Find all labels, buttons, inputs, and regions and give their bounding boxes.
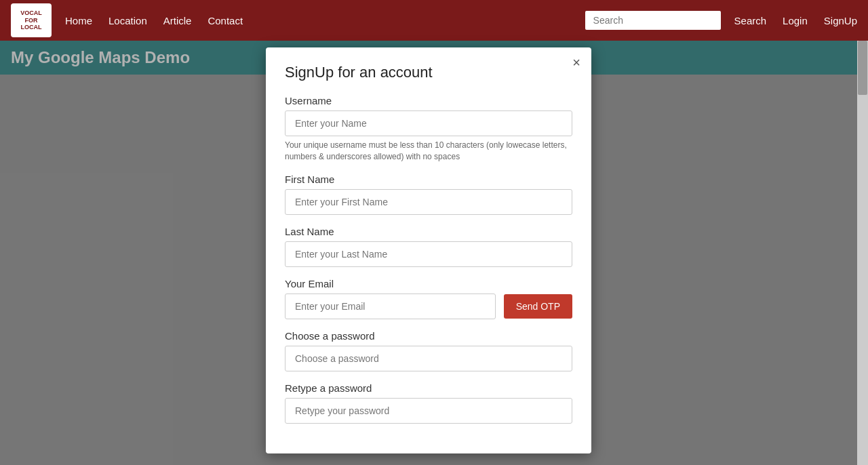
navbar-search-input[interactable]: [585, 11, 721, 30]
lastname-label: Last Name: [285, 226, 572, 237]
firstname-input[interactable]: [285, 189, 572, 215]
nav-article[interactable]: Article: [163, 15, 192, 26]
modal-close-button[interactable]: ×: [572, 56, 580, 69]
nav-location[interactable]: Location: [108, 15, 147, 26]
send-otp-button[interactable]: Send OTP: [504, 294, 572, 319]
signup-modal: SignUp for an account × Username Your un…: [266, 47, 591, 453]
nav-home[interactable]: Home: [65, 15, 92, 26]
retype-password-group: Retype a password: [285, 382, 572, 424]
nav-contact[interactable]: Contact: [208, 15, 243, 26]
email-label: Your Email: [285, 278, 572, 289]
retype-password-input[interactable]: [285, 398, 572, 424]
retype-label: Retype a password: [285, 382, 572, 394]
navbar: VOCAL FOR LOCAL Home Location Article Co…: [0, 0, 868, 41]
search-button[interactable]: Search: [734, 15, 767, 26]
nav-links: Home Location Article Contact: [65, 15, 585, 26]
password-input[interactable]: [285, 346, 572, 371]
firstname-group: First Name: [285, 174, 572, 215]
logo-text: VOCAL FOR LOCAL: [20, 9, 42, 31]
site-logo[interactable]: VOCAL FOR LOCAL: [11, 3, 52, 37]
lastname-input[interactable]: [285, 241, 572, 267]
scrollbar[interactable]: [857, 41, 868, 465]
modal-title: SignUp for an account: [285, 64, 572, 81]
signup-button[interactable]: SignUp: [824, 15, 857, 26]
navbar-actions: Search Login SignUp: [734, 15, 857, 26]
username-group: Username Your unique username must be le…: [285, 95, 572, 163]
password-group: Choose a password: [285, 330, 572, 371]
lastname-group: Last Name: [285, 226, 572, 267]
username-hint: Your unique username must be less than 1…: [285, 140, 572, 163]
login-button[interactable]: Login: [783, 15, 808, 26]
email-group: Your Email Send OTP: [285, 278, 572, 319]
modal-overlay: SignUp for an account × Username Your un…: [0, 41, 857, 465]
email-row: Send OTP: [285, 294, 572, 319]
firstname-label: First Name: [285, 174, 572, 185]
username-input[interactable]: [285, 110, 572, 136]
username-label: Username: [285, 95, 572, 106]
scrollbar-thumb[interactable]: [858, 41, 867, 95]
email-input[interactable]: [285, 294, 496, 319]
password-label: Choose a password: [285, 330, 572, 342]
